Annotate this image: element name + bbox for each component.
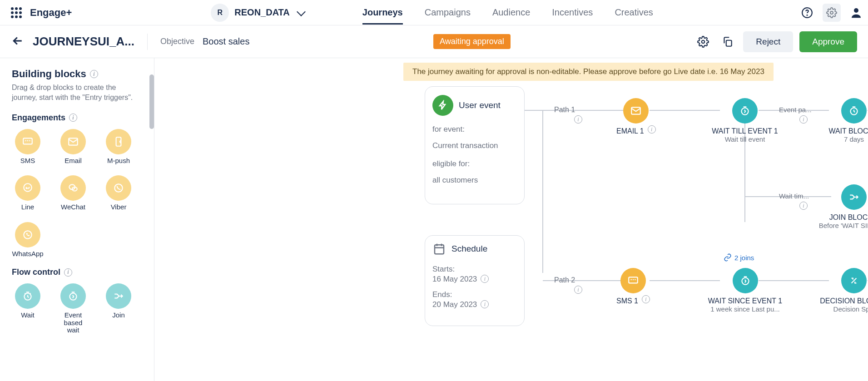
node-label: WAIT BLOCK 1 (828, 127, 868, 135)
nav-campaigns[interactable]: Campaigns (425, 1, 471, 24)
workspace-selector[interactable]: R REON_DATA (211, 4, 304, 22)
svg-point-1 (807, 15, 807, 15)
info-icon[interactable]: i (574, 115, 582, 124)
block-mpush[interactable]: M-push (103, 129, 134, 165)
edge-wait-time: Wait tim... (779, 192, 809, 200)
node-label: SMS 1 (616, 297, 638, 305)
block-label: WeChat (61, 203, 85, 211)
sidebar-scrollbar[interactable] (149, 58, 154, 381)
join-link-two[interactable]: 2 joins (724, 253, 754, 262)
node-sublabel: 1 week since Last pu... (710, 305, 780, 313)
info-icon[interactable]: i (574, 286, 582, 294)
svg-point-3 (854, 8, 858, 13)
schedule-title: Schedule (451, 244, 487, 254)
path1-label: Path 1 (554, 106, 575, 114)
node-label: DECISION BLOCK 1 (820, 297, 868, 305)
node-label: JOIN BLOCK 2 (829, 213, 868, 222)
node-label: EMAIL 1 (616, 127, 644, 135)
node-label: WAIT TILL EVENT 1 (712, 127, 778, 135)
svg-rect-5 (726, 40, 732, 46)
block-label: Join (112, 312, 125, 319)
bolt-icon (432, 95, 453, 116)
node-sublabel: 7 days (844, 135, 864, 143)
chevron-down-icon (297, 7, 306, 16)
workspace-avatar: R (211, 4, 229, 22)
eligible-label: eligible for: (432, 159, 517, 168)
node-wait-since-event[interactable]: WAIT SINCE EVENT 1 1 week since Last pu.… (703, 268, 787, 313)
join-link-label: 2 joins (734, 254, 754, 262)
for-event-label: for event: (432, 125, 517, 134)
info-icon[interactable]: i (799, 202, 808, 210)
node-sms1[interactable]: SMS 1i (616, 268, 650, 305)
block-wait[interactable]: Wait (12, 283, 44, 334)
info-icon[interactable]: i (799, 115, 808, 124)
block-label: M-push (107, 157, 130, 165)
block-label: SMS (20, 157, 35, 165)
calendar-icon (432, 242, 446, 256)
sidebar-description: Drag & drop blocks to create the journey… (12, 83, 142, 103)
brand-name: Engage+ (30, 7, 72, 19)
profile-icon[interactable] (847, 4, 865, 22)
journey-settings-icon[interactable] (694, 33, 712, 51)
svg-rect-16 (435, 245, 444, 254)
block-event-wait[interactable]: Event based wait (57, 283, 89, 334)
block-join[interactable]: Join (103, 283, 134, 334)
nav-incentives[interactable]: Incentives (552, 1, 593, 24)
ends-label: Ends: (432, 290, 517, 299)
block-sms[interactable]: SMS (12, 129, 44, 165)
help-icon[interactable] (798, 4, 816, 22)
nav-journeys[interactable]: Journeys (362, 1, 403, 24)
node-sublabel: Decision Split (833, 305, 868, 313)
node-wait-block[interactable]: WAIT BLOCK 1 7 days (818, 98, 868, 143)
node-email1[interactable]: EMAIL 1i (616, 98, 656, 135)
node-sublabel: Before 'WAIT SINCE ... (819, 222, 868, 229)
path2-label: Path 2 (554, 276, 575, 284)
info-icon[interactable]: i (648, 125, 656, 134)
apps-menu-icon[interactable] (11, 7, 22, 18)
workspace-name: REON_DATA (234, 7, 289, 18)
block-whatsapp[interactable]: WhatsApp (12, 222, 44, 258)
block-line[interactable]: Line (12, 175, 44, 211)
block-label: Event based wait (57, 312, 89, 334)
user-event-card[interactable]: User event for event: Current transactio… (425, 86, 525, 204)
block-label: WhatsApp (12, 250, 43, 258)
info-icon[interactable]: i (69, 114, 77, 122)
reject-button[interactable]: Reject (743, 31, 793, 52)
approval-banner: The journey awaiting for approval is non… (403, 63, 774, 81)
node-sublabel: Wait till event (725, 135, 765, 143)
user-event-title: User event (459, 100, 501, 110)
info-icon[interactable]: i (481, 300, 489, 308)
ends-value: 20 May 2023 (432, 300, 477, 309)
info-icon[interactable]: i (481, 275, 489, 283)
settings-icon[interactable] (823, 4, 841, 22)
svg-rect-21 (629, 277, 638, 283)
approve-button[interactable]: Approve (799, 31, 857, 52)
nav-creatives[interactable]: Creatives (615, 1, 653, 24)
sidebar-title: Building blocks (12, 68, 86, 80)
block-email[interactable]: Email (57, 129, 89, 165)
svg-rect-8 (116, 137, 121, 146)
svg-point-4 (702, 40, 705, 43)
starts-label: Starts: (432, 265, 517, 274)
flow-heading: Flow control (12, 267, 60, 277)
block-label: Email (64, 157, 82, 165)
info-icon[interactable]: i (90, 70, 98, 78)
objective-value: Boost sales (203, 36, 249, 47)
info-icon[interactable]: i (642, 295, 650, 303)
edge-event-path: Event pa... (779, 106, 812, 114)
copy-icon[interactable] (719, 33, 737, 51)
block-viber[interactable]: Viber (103, 175, 134, 211)
info-icon[interactable]: i (64, 268, 72, 277)
block-wechat[interactable]: WeChat (57, 175, 89, 211)
nav-audience[interactable]: Audience (492, 1, 530, 24)
eligible-value: all customers (432, 176, 517, 185)
node-decision[interactable]: DECISION BLOCK 1 Decision Split (813, 268, 868, 313)
journey-name: JOURNEYSUI_A... (33, 35, 134, 49)
node-wait-till-event[interactable]: WAIT TILL EVENT 1 Wait till event (706, 98, 784, 143)
svg-point-2 (830, 11, 833, 14)
journey-canvas[interactable]: The journey awaiting for approval is non… (154, 58, 868, 381)
schedule-card[interactable]: Schedule Starts: 16 May 2023i Ends: 20 M… (425, 235, 525, 326)
block-label: Wait (21, 312, 34, 319)
back-arrow-icon[interactable] (11, 34, 25, 49)
node-join-block2[interactable]: JOIN BLOCK 2 Before 'WAIT SINCE ... (813, 184, 868, 229)
